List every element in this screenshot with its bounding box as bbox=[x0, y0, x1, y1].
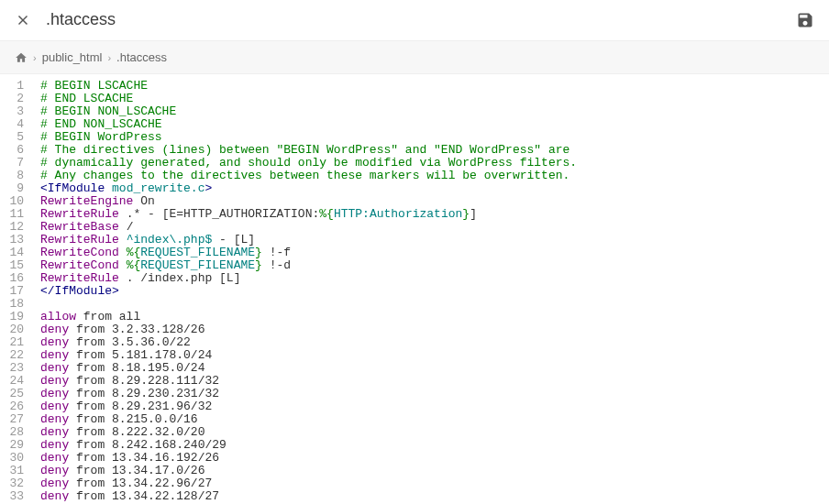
line-number: 17 bbox=[6, 285, 24, 298]
code-line[interactable]: <IfModule mod_rewrite.c> bbox=[40, 182, 829, 195]
code-line[interactable]: deny from 5.181.178.0/24 bbox=[40, 349, 829, 362]
line-number: 22 bbox=[6, 349, 24, 362]
chevron-right-icon: › bbox=[107, 52, 111, 63]
header-left: .htaccess bbox=[15, 10, 116, 29]
line-number: 32 bbox=[6, 477, 24, 490]
breadcrumb: › public_html › .htaccess bbox=[0, 40, 829, 74]
line-number: 6 bbox=[6, 144, 24, 157]
code-line[interactable]: deny from 8.242.168.240/29 bbox=[40, 439, 829, 452]
code-line[interactable]: # dynamically generated, and should only… bbox=[40, 157, 829, 170]
code-line[interactable]: # The directives (lines) between "BEGIN … bbox=[40, 144, 829, 157]
line-number: 15 bbox=[6, 259, 24, 272]
code-line[interactable]: deny from 8.215.0.0/16 bbox=[40, 413, 829, 426]
code-line[interactable]: # BEGIN WordPress bbox=[40, 131, 829, 144]
code-area[interactable]: # BEGIN LSCACHE# END LSCACHE# BEGIN NON_… bbox=[33, 74, 829, 501]
code-line[interactable]: deny from 8.29.230.231/32 bbox=[40, 388, 829, 400]
code-line[interactable]: deny from 8.222.32.0/20 bbox=[40, 426, 829, 439]
breadcrumb-item: .htaccess bbox=[116, 50, 167, 64]
code-line[interactable]: RewriteBase / bbox=[40, 221, 829, 234]
code-line[interactable]: deny from 13.34.22.128/27 bbox=[40, 490, 829, 501]
code-line[interactable]: allow from all bbox=[40, 311, 829, 323]
line-number: 11 bbox=[6, 208, 24, 221]
code-line[interactable]: deny from 13.34.17.0/26 bbox=[40, 465, 829, 477]
code-line[interactable]: RewriteEngine On bbox=[40, 195, 829, 208]
line-number: 21 bbox=[6, 336, 24, 349]
line-number: 1 bbox=[6, 80, 24, 93]
line-number: 30 bbox=[6, 452, 24, 465]
line-number: 33 bbox=[6, 490, 24, 501]
line-number: 27 bbox=[6, 413, 24, 426]
line-number: 13 bbox=[6, 234, 24, 247]
breadcrumb-item[interactable]: public_html bbox=[42, 50, 103, 64]
line-number: 10 bbox=[6, 195, 24, 208]
code-line[interactable]: RewriteRule . /index.php [L] bbox=[40, 272, 829, 285]
line-number: 26 bbox=[6, 400, 24, 413]
code-line[interactable]: # END NON_LSCACHE bbox=[40, 118, 829, 131]
home-icon[interactable] bbox=[15, 51, 28, 64]
line-number: 16 bbox=[6, 272, 24, 285]
code-line[interactable]: # END LSCACHE bbox=[40, 93, 829, 105]
line-number: 23 bbox=[6, 362, 24, 375]
line-number: 20 bbox=[6, 323, 24, 336]
line-number: 8 bbox=[6, 170, 24, 182]
code-line[interactable]: deny from 13.34.22.96/27 bbox=[40, 477, 829, 490]
code-line[interactable]: RewriteCond %{REQUEST_FILENAME} !-d bbox=[40, 259, 829, 272]
code-line[interactable]: deny from 8.29.228.111/32 bbox=[40, 375, 829, 388]
code-line[interactable]: RewriteRule .* - [E=HTTP_AUTHORIZATION:%… bbox=[40, 208, 829, 221]
code-line[interactable]: RewriteRule ^index\.php$ - [L] bbox=[40, 234, 829, 247]
save-icon bbox=[796, 11, 814, 29]
line-number: 4 bbox=[6, 118, 24, 131]
line-number: 3 bbox=[6, 105, 24, 118]
code-line[interactable]: # BEGIN NON_LSCACHE bbox=[40, 105, 829, 118]
code-line[interactable]: deny from 13.34.16.192/26 bbox=[40, 452, 829, 465]
line-gutter: 1234567891011121314151617181920212223242… bbox=[0, 74, 33, 501]
editor-header: .htaccess bbox=[0, 0, 829, 40]
save-button[interactable] bbox=[796, 11, 814, 29]
close-icon bbox=[15, 12, 31, 28]
close-button[interactable] bbox=[15, 12, 31, 28]
line-number: 12 bbox=[6, 221, 24, 234]
line-number: 18 bbox=[6, 298, 24, 311]
line-number: 25 bbox=[6, 388, 24, 400]
code-line[interactable]: deny from 8.18.195.0/24 bbox=[40, 362, 829, 375]
chevron-right-icon: › bbox=[33, 52, 37, 63]
code-line[interactable]: # Any changes to the directives between … bbox=[40, 170, 829, 182]
code-line[interactable]: deny from 8.29.231.96/32 bbox=[40, 400, 829, 413]
line-number: 2 bbox=[6, 93, 24, 105]
line-number: 31 bbox=[6, 465, 24, 477]
code-line[interactable] bbox=[40, 298, 829, 311]
line-number: 5 bbox=[6, 131, 24, 144]
filename-title: .htaccess bbox=[46, 10, 116, 29]
line-number: 19 bbox=[6, 311, 24, 323]
line-number: 28 bbox=[6, 426, 24, 439]
code-line[interactable]: # BEGIN LSCACHE bbox=[40, 80, 829, 93]
line-number: 14 bbox=[6, 247, 24, 259]
line-number: 29 bbox=[6, 439, 24, 452]
line-number: 9 bbox=[6, 182, 24, 195]
code-line[interactable]: deny from 3.5.36.0/22 bbox=[40, 336, 829, 349]
line-number: 24 bbox=[6, 375, 24, 388]
code-editor[interactable]: 1234567891011121314151617181920212223242… bbox=[0, 74, 829, 501]
code-line[interactable]: </IfModule> bbox=[40, 285, 829, 298]
code-line[interactable]: RewriteCond %{REQUEST_FILENAME} !-f bbox=[40, 247, 829, 259]
line-number: 7 bbox=[6, 157, 24, 170]
code-line[interactable]: deny from 3.2.33.128/26 bbox=[40, 323, 829, 336]
